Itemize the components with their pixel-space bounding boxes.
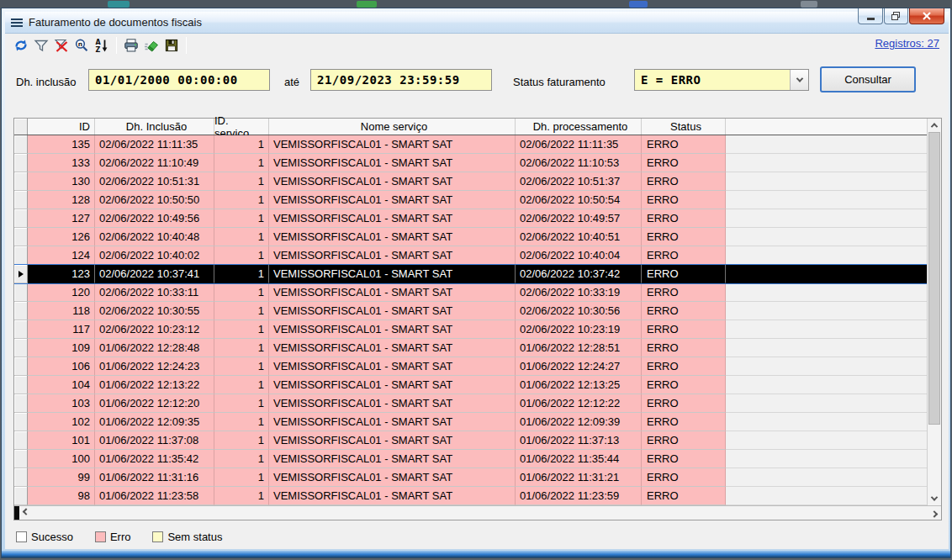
table-row[interactable]: 109 01/06/2022 12:28:48 1 VEMISSORFISCAL…	[14, 339, 927, 357]
column-header-id[interactable]: ID	[28, 119, 95, 135]
cell-status: ERRO	[642, 487, 726, 505]
table-row[interactable]: 100 01/06/2022 11:35:42 1 VEMISSORFISCAL…	[14, 450, 927, 468]
cell-status: ERRO	[642, 431, 726, 450]
search-button[interactable]: n	[71, 35, 92, 55]
table-row[interactable]: 118 02/06/2022 10:30:55 1 VEMISSORFISCAL…	[14, 302, 927, 320]
close-button[interactable]	[909, 8, 944, 24]
status-legend: SucessoErroSem status	[16, 531, 222, 543]
table-row[interactable]: 106 01/06/2022 12:24:23 1 VEMISSORFISCAL…	[14, 357, 927, 376]
save-button[interactable]	[161, 35, 182, 55]
scroll-right-button[interactable]	[928, 506, 941, 520]
scroll-left-button[interactable]	[19, 506, 33, 520]
cell-dh-inclusao: 01/06/2022 11:37:08	[95, 431, 214, 450]
consultar-button[interactable]: Consultar	[820, 66, 916, 92]
column-header-id-servico[interactable]: ID. serviço	[214, 119, 269, 135]
cell-filler	[726, 154, 927, 172]
column-header-status[interactable]: Status	[642, 119, 726, 135]
cell-id: 98	[28, 487, 95, 505]
table-row[interactable]: 117 02/06/2022 10:23:12 1 VEMISSORFISCAL…	[14, 320, 927, 339]
vertical-scroll-thumb[interactable]	[928, 132, 940, 425]
cell-status: ERRO	[642, 154, 726, 172]
filter-clear-button[interactable]	[51, 35, 71, 55]
cell-id: 109	[28, 339, 95, 357]
vertical-scrollbar[interactable]	[927, 119, 941, 505]
cell-filler	[726, 302, 927, 320]
table-row[interactable]: 99 01/06/2022 11:31:16 1 VEMISSORFISCAL0…	[14, 468, 927, 487]
svg-text:Z: Z	[96, 46, 101, 53]
table-row[interactable]: 124 02/06/2022 10:40:02 1 VEMISSORFISCAL…	[14, 246, 927, 265]
cell-filler	[726, 431, 927, 450]
refresh-button[interactable]	[11, 35, 31, 55]
cell-dh-inclusao: 02/06/2022 10:30:55	[95, 302, 214, 320]
cell-id: 126	[28, 228, 95, 246]
table-row[interactable]: 102 01/06/2022 12:09:35 1 VEMISSORFISCAL…	[14, 413, 927, 431]
cell-filler	[726, 265, 927, 283]
column-header-dh-inclusao[interactable]: Dh. Inclusão	[95, 119, 214, 135]
chevron-down-icon[interactable]	[790, 70, 808, 90]
window-bottom-edge	[2, 551, 950, 557]
ate-label: até	[284, 76, 299, 88]
status-combobox[interactable]: E = ERRO	[634, 69, 809, 91]
column-header-nome-servico[interactable]: Nome serviço	[269, 119, 516, 135]
filter-clear-icon	[54, 38, 69, 53]
cell-status: ERRO	[642, 394, 726, 413]
legend-label: Sucesso	[31, 531, 73, 543]
table-row[interactable]: 130 02/06/2022 10:51:31 1 VEMISSORFISCAL…	[14, 172, 927, 191]
cell-status: ERRO	[642, 209, 726, 228]
scroll-up-button[interactable]	[928, 119, 941, 132]
row-indicator	[14, 302, 28, 320]
cell-dh-inclusao: 02/06/2022 10:50:50	[95, 191, 214, 209]
window-client-area: Faturamento de documentos fiscais	[5, 12, 949, 549]
clear-button[interactable]	[141, 35, 161, 55]
cell-status: ERRO	[642, 357, 726, 376]
table-row[interactable]: 133 02/06/2022 11:10:49 1 VEMISSORFISCAL…	[14, 154, 927, 172]
cell-id-servico: 1	[214, 265, 269, 283]
cell-filler	[726, 320, 927, 339]
cell-nome-servico: VEMISSORFISCAL01 - SMART SAT	[269, 487, 516, 505]
restore-button[interactable]	[884, 8, 908, 24]
scroll-down-button[interactable]	[928, 492, 941, 505]
table-row[interactable]: 101 01/06/2022 11:37:08 1 VEMISSORFISCAL…	[14, 431, 927, 450]
table-row[interactable]: 127 02/06/2022 10:49:56 1 VEMISSORFISCAL…	[14, 209, 927, 228]
cell-id: 99	[28, 468, 95, 487]
table-row[interactable]: 103 01/06/2022 12:12:20 1 VEMISSORFISCAL…	[14, 394, 927, 413]
sort-button[interactable]: A Z	[92, 35, 112, 55]
dh-inclusao-input[interactable]: 01/01/2000 00:00:00	[88, 69, 270, 91]
cell-dh-inclusao: 02/06/2022 11:10:49	[95, 154, 214, 172]
window-menu-icon[interactable]	[11, 17, 23, 29]
table-row[interactable]: 98 01/06/2022 11:23:58 1 VEMISSORFISCAL0…	[14, 487, 927, 505]
horizontal-scroll-track[interactable]	[33, 506, 928, 520]
minimize-button[interactable]	[858, 8, 883, 24]
cell-dh-processamento: 02/06/2022 11:11:35	[516, 135, 642, 154]
filter-button[interactable]	[31, 35, 51, 55]
save-icon	[164, 38, 179, 53]
ate-input[interactable]: 21/09/2023 23:59:59	[310, 69, 492, 91]
grid-header-row: ID Dh. Inclusão ID. serviço Nome serviço…	[14, 119, 927, 135]
legend-label: Erro	[110, 531, 131, 543]
table-row[interactable]: 128 02/06/2022 10:50:50 1 VEMISSORFISCAL…	[14, 191, 927, 209]
cell-id: 120	[28, 283, 95, 302]
app-window: Faturamento de documentos fiscais	[1, 8, 951, 558]
table-row[interactable]: 135 02/06/2022 11:11:35 1 VEMISSORFISCAL…	[14, 135, 927, 154]
horizontal-scrollbar[interactable]	[14, 505, 941, 520]
cell-dh-processamento: 01/06/2022 12:28:51	[516, 339, 642, 357]
print-button[interactable]	[121, 35, 141, 55]
registros-link[interactable]: Registros: 27	[875, 37, 939, 50]
cell-dh-processamento: 01/06/2022 12:13:25	[516, 376, 642, 394]
cell-nome-servico: VEMISSORFISCAL01 - SMART SAT	[269, 172, 516, 191]
cell-id-servico: 1	[214, 450, 269, 468]
column-header-dh-processamento[interactable]: Dh. processamento	[516, 119, 642, 135]
table-row[interactable]: 126 02/06/2022 10:40:48 1 VEMISSORFISCAL…	[14, 228, 927, 246]
row-indicator	[14, 468, 28, 487]
cell-dh-inclusao: 02/06/2022 10:33:11	[95, 283, 214, 302]
cell-dh-processamento: 02/06/2022 10:49:57	[516, 209, 642, 228]
table-row[interactable]: 104 01/06/2022 12:13:22 1 VEMISSORFISCAL…	[14, 376, 927, 394]
cell-filler	[726, 357, 927, 376]
cell-id: 117	[28, 320, 95, 339]
cell-filler	[726, 394, 927, 413]
current-row-arrow-icon	[19, 271, 24, 277]
table-row[interactable]: 123 02/06/2022 10:37:41 1 VEMISSORFISCAL…	[14, 265, 927, 283]
table-row[interactable]: 120 02/06/2022 10:33:11 1 VEMISSORFISCAL…	[14, 283, 927, 302]
row-indicator	[14, 135, 28, 154]
cell-nome-servico: VEMISSORFISCAL01 - SMART SAT	[269, 246, 516, 265]
